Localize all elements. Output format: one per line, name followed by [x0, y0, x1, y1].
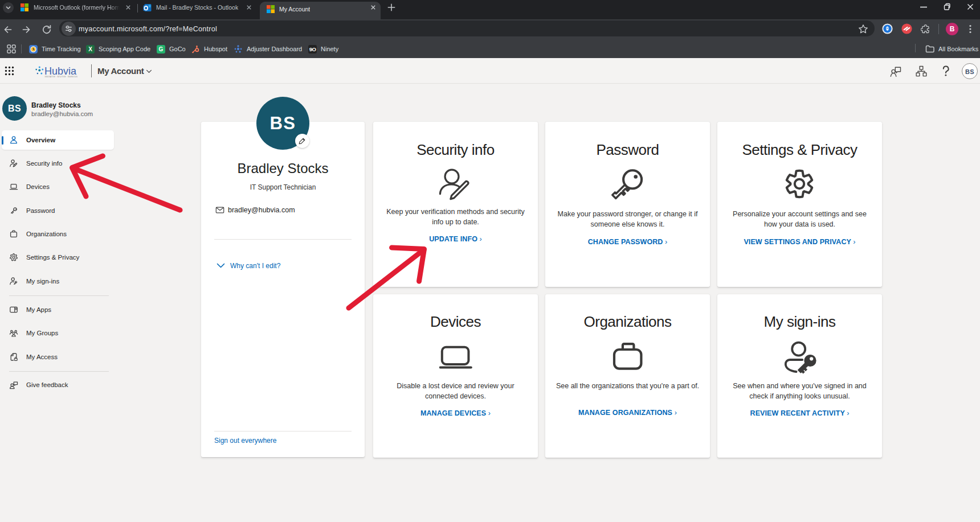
svg-text:Hubvia: Hubvia — [44, 65, 77, 77]
svg-text:INNOVATIVE · INTUITIVE · I: INNOVATIVE · INTUITIVE · INGENIOUS — [45, 76, 78, 78]
